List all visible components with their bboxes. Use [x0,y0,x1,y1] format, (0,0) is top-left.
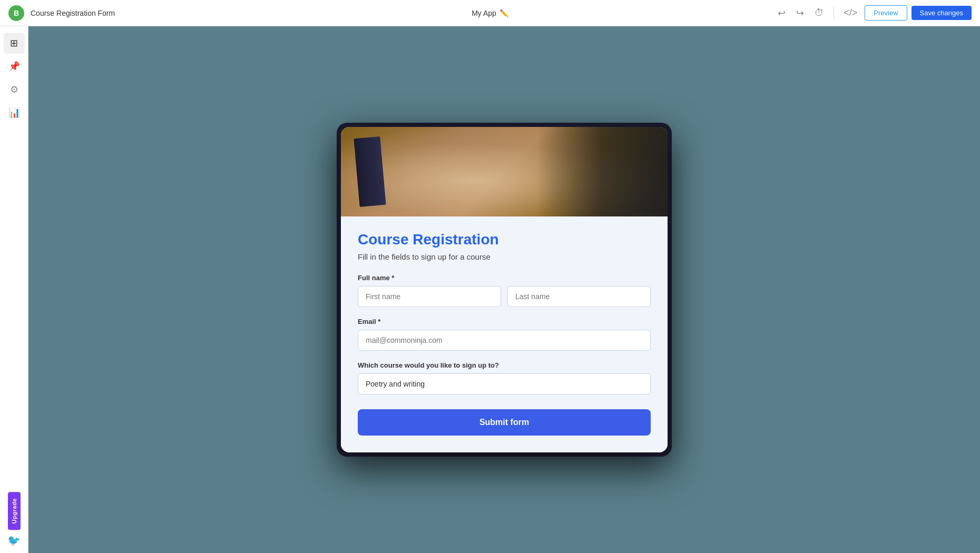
code-button[interactable]: </> [840,5,860,21]
upgrade-button[interactable]: Upgrade [8,492,21,530]
undo-button[interactable]: ↩ [775,5,789,21]
form-card: OUL Course Registration Fill in the fiel… [341,127,668,452]
form-subtitle: Fill in the fields to sign up for a cour… [358,252,651,261]
form-header-image: OUL [341,127,668,216]
last-name-input[interactable] [507,286,651,307]
email-input[interactable] [358,330,651,351]
sidebar-bottom: Upgrade 🐦 [7,492,21,547]
redo-button[interactable]: ↪ [793,5,807,21]
bird-icon: 🐦 [7,534,21,547]
gear-icon: ⚙ [10,84,18,95]
form-title: Course Registration [358,231,651,248]
chart-icon: 📊 [8,107,20,118]
preview-button[interactable]: Preview [865,5,907,21]
image-text: OUL [346,182,399,211]
save-button[interactable]: Save changes [912,6,972,20]
sidebar: ⊞ 📌 ⚙ 📊 Upgrade 🐦 [0,26,28,553]
full-name-group: Full name * [358,274,651,307]
toolbar-divider [834,7,834,19]
form-card-outer: OUL Course Registration Fill in the fiel… [337,123,672,457]
email-label: Email * [358,318,651,325]
app-logo: B [8,5,24,21]
course-label: Which course would you like to sign up t… [358,361,651,369]
sidebar-item-pin[interactable]: 📌 [4,56,25,77]
course-group: Which course would you like to sign up t… [358,361,651,394]
edit-icon[interactable]: ✏️ [499,9,508,17]
sidebar-item-analytics[interactable]: 📊 [4,102,25,123]
app-name-section: My App ✏️ [472,9,508,17]
course-input[interactable] [358,373,651,394]
page-title: Course Registration Form [31,9,115,17]
grid-icon: ⊞ [10,37,18,49]
history-button[interactable]: ⏱ [811,5,827,21]
email-group: Email * [358,318,651,351]
full-name-label: Full name * [358,274,651,282]
pin-icon: 📌 [8,61,20,72]
app-name-label: My App [472,9,496,17]
sidebar-item-grid[interactable]: ⊞ [4,33,25,54]
sidebar-item-settings[interactable]: ⚙ [4,79,25,100]
first-name-input[interactable] [358,286,501,307]
form-body: Course Registration Fill in the fields t… [341,216,668,452]
content-area: OUL Course Registration Fill in the fiel… [28,26,980,553]
submit-button[interactable]: Submit form [358,409,651,436]
name-row [358,286,651,307]
topbar-actions: ↩ ↪ ⏱ </> Preview Save changes [775,5,972,21]
topbar: B Course Registration Form My App ✏️ ↩ ↪… [0,0,980,26]
main-layout: ⊞ 📌 ⚙ 📊 Upgrade 🐦 OUL Course [0,26,980,553]
